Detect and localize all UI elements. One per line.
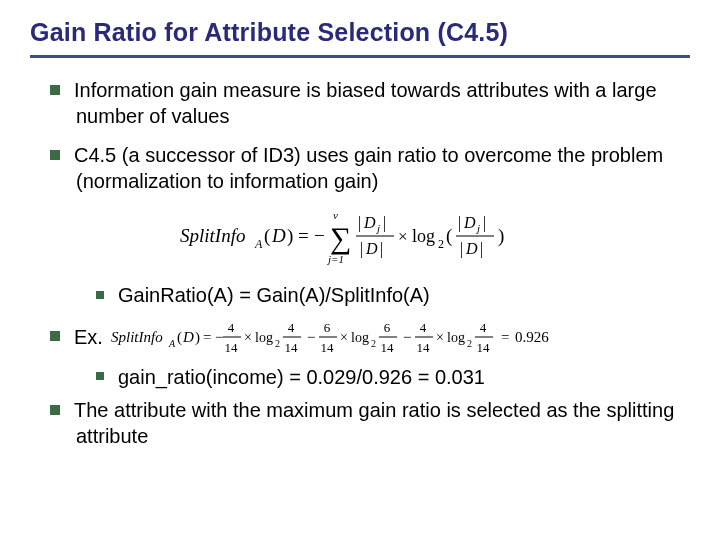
ex-eq1: =: [203, 329, 211, 345]
ex-result: 0.926: [515, 329, 549, 345]
t1-den: 14: [224, 340, 238, 355]
sub-bullet-gainratio-text: GainRatio(A) = Gain(A)/SplitInfo(A): [118, 284, 430, 306]
bullet-square-icon: [50, 331, 60, 341]
frac1-den-bars: |: [360, 240, 363, 258]
t1-log: log: [255, 330, 273, 345]
ex-minus: −: [215, 329, 223, 345]
frac1-num-D: D: [363, 214, 376, 231]
lhs-arg: D: [271, 225, 286, 246]
frac1-num-j: j: [375, 222, 380, 234]
bullet-square-icon: [50, 405, 60, 415]
rparen: ): [287, 225, 293, 247]
t1-ld: 14: [284, 340, 298, 355]
bullet-square-icon: [50, 85, 60, 95]
ex-rparen: ): [195, 329, 200, 346]
t3-ld: 14: [476, 340, 490, 355]
ex-label: Ex.: [74, 325, 103, 351]
bullet-1: Information gain measure is biased towar…: [30, 78, 690, 129]
sigma-icon: ∑: [330, 221, 351, 255]
t1-num: 4: [228, 320, 235, 335]
t3-times: ×: [436, 330, 444, 345]
t3-log: log: [447, 330, 465, 345]
frac2-den-bar1: |: [460, 240, 463, 258]
t2-log: log: [351, 330, 369, 345]
frac2-num-bar2: |: [483, 214, 486, 232]
bullet-example: Ex. SplitInfo A ( D ) = − 4 14 × log 2: [30, 317, 690, 359]
frac1-num-bars: |: [358, 214, 361, 232]
frac1-den-bar2: |: [380, 240, 383, 258]
math-svg-splitinfo: SplitInfo A ( D ) = − ∑ v j=1 | D j |: [180, 208, 540, 266]
minus2: −: [307, 329, 315, 345]
frac2-num-bar1: |: [458, 214, 461, 232]
t2-num: 6: [324, 320, 331, 335]
log-lparen: (: [446, 225, 452, 247]
t1-times: ×: [244, 330, 252, 345]
ex-eq2: =: [501, 329, 509, 345]
formula-splitinfo-definition: SplitInfo A ( D ) = − ∑ v j=1 | D j |: [30, 208, 690, 273]
t3-den: 14: [416, 340, 430, 355]
bullet-square-icon: [50, 150, 60, 160]
t2-log2: 2: [371, 338, 376, 349]
ex-lhs-arg: D: [182, 329, 194, 345]
t2-den: 14: [320, 340, 334, 355]
t1-ln: 4: [288, 320, 295, 335]
title-underline: [30, 55, 690, 58]
slide-body: Information gain measure is biased towar…: [30, 78, 690, 449]
bullet-1-text: Information gain measure is biased towar…: [74, 79, 657, 127]
t3-log2: 2: [467, 338, 472, 349]
sub-bullet-calc: gain_ratio(income) = 0.029/0.926 = 0.031: [30, 365, 690, 391]
t3-ln: 4: [480, 320, 487, 335]
lparen: (: [264, 225, 270, 247]
sub-bullet-gainratio: GainRatio(A) = Gain(A)/SplitInfo(A): [30, 283, 690, 309]
times-icon: ×: [398, 227, 408, 246]
bullet-2: C4.5 (a successor of ID3) uses gain rati…: [30, 143, 690, 194]
frac2-num-j: j: [475, 222, 480, 234]
ex-lhs-name: SplitInfo: [111, 329, 163, 345]
frac2-num-D: D: [463, 214, 476, 231]
frac1-num-bar2: |: [383, 214, 386, 232]
log-rparen: ): [498, 225, 504, 247]
equals: =: [298, 225, 309, 246]
log-text: log: [412, 226, 435, 246]
t2-ld: 14: [380, 340, 394, 355]
bullet-4: The attribute with the maximum gain rati…: [30, 398, 690, 449]
frac2-den-D: D: [465, 240, 478, 257]
minus: −: [314, 225, 325, 246]
log-base: 2: [438, 237, 444, 251]
bullet-square-icon: [96, 291, 104, 299]
bullet-2-text: C4.5 (a successor of ID3) uses gain rati…: [74, 144, 663, 192]
t2-ln: 6: [384, 320, 391, 335]
sum-lower: j=1: [326, 253, 344, 265]
ex-lparen: (: [177, 329, 182, 346]
sum-upper: v: [333, 209, 338, 221]
minus3: −: [403, 329, 411, 345]
bullet-square-icon: [96, 372, 104, 380]
lhs-name: SplitInfo: [180, 225, 245, 246]
slide: Gain Ratio for Attribute Selection (C4.5…: [0, 0, 720, 540]
frac2-den-bar2: |: [480, 240, 483, 258]
frac1-den-D: D: [365, 240, 378, 257]
t3-num: 4: [420, 320, 427, 335]
t1-log2: 2: [275, 338, 280, 349]
t2-times: ×: [340, 330, 348, 345]
lhs-sub: A: [254, 237, 263, 251]
math-svg-example: SplitInfo A ( D ) = − 4 14 × log 2 4: [111, 317, 651, 359]
bullet-4-text: The attribute with the maximum gain rati…: [74, 399, 674, 447]
slide-title: Gain Ratio for Attribute Selection (C4.5…: [30, 18, 690, 47]
ex-lhs-sub: A: [168, 338, 176, 349]
sub-bullet-calc-text: gain_ratio(income) = 0.029/0.926 = 0.031: [118, 366, 485, 388]
